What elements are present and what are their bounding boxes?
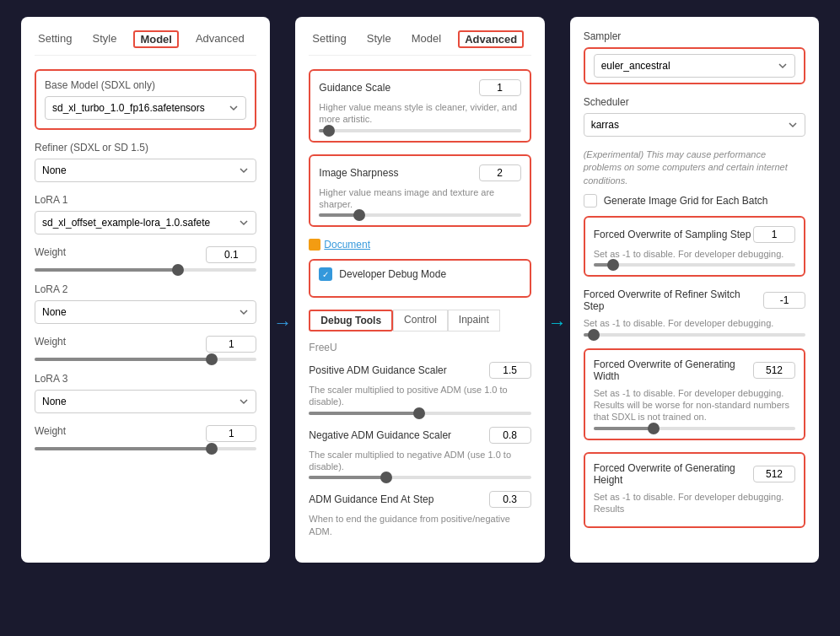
tab2-style[interactable]: Style [363, 30, 395, 48]
forced-refiner-switch-slider[interactable] [584, 333, 805, 337]
tab2-model[interactable]: Model [408, 30, 444, 48]
tab2-setting[interactable]: Setting [309, 30, 349, 48]
forced-width-desc: Set as -1 to disable. For developer debu… [594, 387, 795, 423]
lora1-select[interactable]: sd_xl_offset_example-lora_1.0.safete [35, 211, 256, 234]
image-sharpness-label: Image Sharpness [319, 167, 398, 179]
forced-refiner-switch-desc: Set as -1 to disable. For developer debu… [584, 317, 805, 329]
debug-mode-label: Developer Debug Mode [339, 268, 446, 280]
refiner-label: Refiner (SDXL or SD 1.5) [35, 142, 256, 154]
sampler-bordered: euler_ancestral [584, 47, 805, 84]
base-model-select[interactable]: sd_xl_turbo_1.0_fp16.safetensors [45, 96, 246, 120]
subtab-debug-tools[interactable]: Debug Tools [309, 310, 393, 331]
forced-sampling-step-label: Forced Overwrite of Sampling Step [594, 229, 751, 240]
tab-style[interactable]: Style [89, 30, 120, 48]
weight2-section: Weight [35, 336, 256, 361]
lora3-select[interactable]: None [35, 390, 256, 413]
tab-model[interactable]: Model [133, 30, 179, 48]
sub-tabs: Debug Tools Control Inpaint [309, 310, 530, 331]
lora1-section: LoRA 1 sd_xl_offset_example-lora_1.0.saf… [35, 194, 256, 234]
model-tabs: Setting Style Model Advanced [35, 30, 256, 56]
negative-adm-section: Negative ADM Guidance Scaler The scaler … [309, 427, 530, 480]
forced-sampling-step-input[interactable] [753, 226, 795, 243]
generate-image-grid-row: Generate Image Grid for Each Batch [584, 194, 805, 208]
experimental-note: (Experimental) This may cause performanc… [584, 148, 805, 187]
arrow-connector-2: → [549, 312, 566, 563]
image-sharpness-input[interactable] [479, 164, 521, 181]
lora1-label: LoRA 1 [35, 194, 256, 206]
forced-width-label: Forced Overwrite of Generating Width [594, 358, 753, 382]
weight2-slider[interactable] [35, 358, 256, 361]
image-sharpness-slider[interactable] [319, 213, 520, 217]
forced-height-desc: Set as -1 to disable. For developer debu… [594, 491, 795, 515]
weight2-label: Weight [35, 336, 66, 348]
weight3-slider[interactable] [35, 447, 256, 450]
guidance-scale-section: Guidance Scale Higher value means style … [309, 69, 530, 143]
weight1-input[interactable] [206, 246, 256, 263]
forced-sampling-step-slider[interactable] [594, 263, 795, 267]
lora2-section: LoRA 2 None [35, 283, 256, 324]
refiner-select[interactable]: None [35, 159, 256, 182]
forced-refiner-switch-input[interactable] [763, 292, 805, 309]
negative-adm-slider[interactable] [309, 476, 530, 479]
forced-refiner-switch-section: Forced Overwrite of Refiner Switch Step … [584, 288, 805, 336]
subtab-control[interactable]: Control [393, 310, 448, 331]
tab-setting[interactable]: Setting [35, 30, 75, 48]
adm-guidance-end-label: ADM Guidance End At Step [309, 493, 433, 505]
forced-width-input[interactable] [753, 362, 795, 379]
weight3-section: Weight [35, 425, 256, 450]
forced-sampling-step-desc: Set as -1 to disable. For developer debu… [594, 248, 795, 260]
guidance-scale-slider[interactable] [319, 129, 520, 132]
sampler-section: Sampler euler_ancestral [584, 30, 805, 84]
sampler-select[interactable]: euler_ancestral [594, 54, 795, 78]
document-link[interactable]: Document [324, 239, 370, 251]
forced-width-section: Forced Overwrite of Generating Width Set… [584, 348, 805, 440]
advanced-panel: Setting Style Model Advanced Guidance Sc… [295, 17, 544, 563]
sampler-label: Sampler [584, 30, 805, 42]
scheduler-select[interactable]: karras [584, 113, 805, 137]
guidance-scale-input[interactable] [479, 79, 521, 96]
tab2-advanced[interactable]: Advanced [458, 30, 524, 48]
positive-adm-desc: The scaler multiplied to positive ADM (u… [309, 384, 530, 408]
forced-refiner-switch-label: Forced Overwrite of Refiner Switch Step [584, 288, 763, 312]
forced-height-label: Forced Overwrite of Generating Height [594, 462, 753, 486]
negative-adm-input[interactable] [489, 427, 531, 444]
negative-adm-label: Negative ADM Guidance Scaler [309, 429, 451, 441]
positive-adm-label: Positive ADM Guidance Scaler [309, 364, 446, 376]
generate-image-grid-label: Generate Image Grid for Each Batch [604, 195, 768, 207]
subtab-inpaint[interactable]: Inpaint [448, 310, 500, 331]
forced-sampling-step-section: Forced Overwrite of Sampling Step Set as… [584, 216, 805, 277]
guidance-scale-label: Guidance Scale [319, 82, 390, 94]
refiner-section: Refiner (SDXL or SD 1.5) None [35, 142, 256, 182]
tab-advanced[interactable]: Advanced [192, 30, 248, 48]
lora2-select[interactable]: None [35, 300, 256, 324]
advanced-tabs: Setting Style Model Advanced [309, 30, 530, 56]
scheduler-section: Scheduler karras [584, 96, 805, 137]
adm-guidance-end-input[interactable] [489, 491, 531, 508]
base-model-label: Base Model (SDXL only) [45, 79, 246, 91]
weight3-input[interactable] [206, 425, 256, 442]
weight1-label: Weight [35, 246, 66, 258]
positive-adm-slider[interactable] [309, 412, 530, 415]
document-icon [309, 239, 320, 251]
positive-adm-section: Positive ADM Guidance Scaler The scaler … [309, 362, 530, 415]
weight1-slider[interactable] [35, 268, 256, 272]
lora3-label: LoRA 3 [35, 373, 256, 385]
base-model-section: Base Model (SDXL only) sd_xl_turbo_1.0_f… [35, 69, 256, 130]
sampler-panel: Sampler euler_ancestral Scheduler karras… [570, 17, 819, 563]
forced-width-slider[interactable] [594, 427, 795, 430]
weight2-input[interactable] [206, 336, 256, 353]
weight1-section: Weight [35, 246, 256, 272]
adm-guidance-end-section: ADM Guidance End At Step When to end the… [309, 491, 530, 537]
forced-height-input[interactable] [753, 466, 795, 482]
weight3-label: Weight [35, 425, 66, 437]
lora3-section: LoRA 3 None [35, 373, 256, 413]
lora2-label: LoRA 2 [35, 283, 256, 295]
generate-image-grid-checkbox[interactable] [584, 194, 597, 208]
model-panel: Setting Style Model Advanced Base Model … [21, 17, 270, 563]
scheduler-label: Scheduler [584, 96, 805, 108]
freeu-title: FreeU [309, 342, 530, 353]
debug-mode-checkbox[interactable]: ✓ [319, 267, 332, 281]
positive-adm-input[interactable] [489, 362, 531, 379]
arrow-connector-1: → [274, 84, 291, 563]
image-sharpness-desc: Higher value means image and texture are… [319, 186, 520, 211]
